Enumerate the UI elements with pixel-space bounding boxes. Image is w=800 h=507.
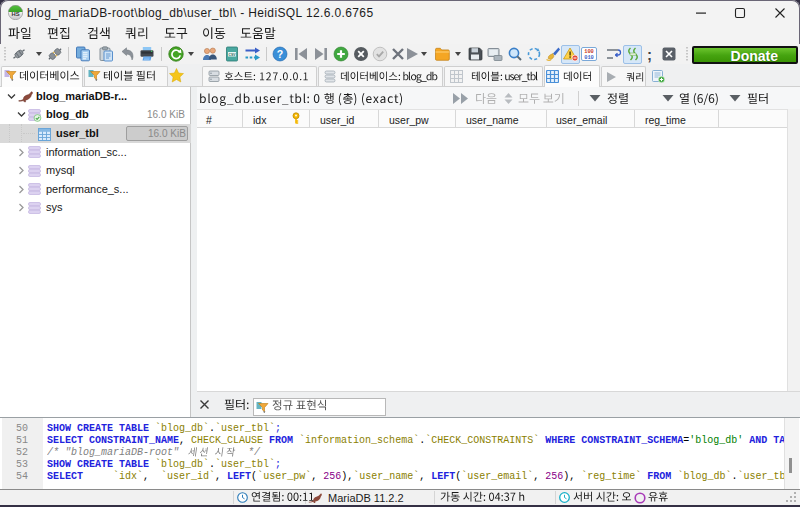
svg-text:HS: HS [11, 11, 19, 17]
